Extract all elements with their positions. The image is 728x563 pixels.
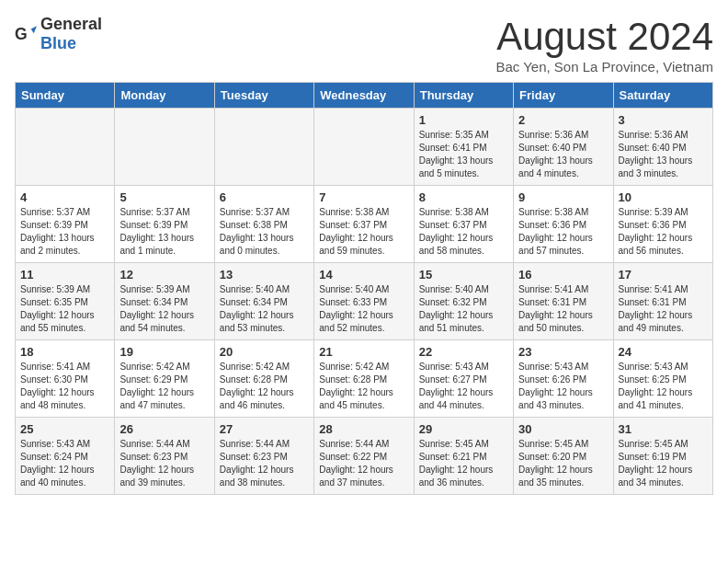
- cell-content: Sunrise: 5:45 AM Sunset: 6:21 PM Dayligh…: [419, 438, 508, 489]
- calendar-cell: 18Sunrise: 5:41 AM Sunset: 6:30 PM Dayli…: [16, 340, 115, 418]
- col-header-friday: Friday: [514, 83, 613, 109]
- calendar-cell: 11Sunrise: 5:39 AM Sunset: 6:35 PM Dayli…: [16, 263, 115, 340]
- calendar-cell: 6Sunrise: 5:37 AM Sunset: 6:38 PM Daylig…: [214, 186, 313, 263]
- day-number: 26: [119, 422, 209, 436]
- day-number: 23: [518, 345, 608, 359]
- cell-content: Sunrise: 5:44 AM Sunset: 6:23 PM Dayligh…: [220, 438, 309, 489]
- day-number: 22: [419, 345, 508, 359]
- day-number: 7: [319, 190, 408, 204]
- day-number: 28: [319, 422, 408, 436]
- day-number: 17: [619, 268, 708, 282]
- day-number: 2: [518, 113, 608, 127]
- calendar-cell: 30Sunrise: 5:45 AM Sunset: 6:20 PM Dayli…: [514, 418, 613, 495]
- cell-content: Sunrise: 5:39 AM Sunset: 6:35 PM Dayligh…: [20, 283, 109, 335]
- calendar-cell: 22Sunrise: 5:43 AM Sunset: 6:27 PM Dayli…: [414, 340, 513, 418]
- cell-content: Sunrise: 5:42 AM Sunset: 6:28 PM Dayligh…: [319, 361, 408, 412]
- cell-content: Sunrise: 5:42 AM Sunset: 6:29 PM Dayligh…: [119, 361, 209, 412]
- cell-content: Sunrise: 5:42 AM Sunset: 6:28 PM Dayligh…: [220, 361, 309, 412]
- day-number: 4: [20, 190, 109, 204]
- cell-content: Sunrise: 5:44 AM Sunset: 6:23 PM Dayligh…: [119, 438, 209, 489]
- calendar-cell: [214, 109, 313, 186]
- day-number: 27: [220, 422, 309, 436]
- calendar-cell: 25Sunrise: 5:43 AM Sunset: 6:24 PM Dayli…: [16, 418, 115, 495]
- day-number: 5: [119, 190, 209, 204]
- week-row-4: 18Sunrise: 5:41 AM Sunset: 6:30 PM Dayli…: [16, 340, 713, 418]
- calendar-cell: 5Sunrise: 5:37 AM Sunset: 6:39 PM Daylig…: [115, 186, 214, 263]
- day-number: 16: [518, 268, 608, 282]
- calendar-cell: 3Sunrise: 5:36 AM Sunset: 6:40 PM Daylig…: [613, 109, 712, 186]
- col-header-sunday: Sunday: [16, 83, 115, 109]
- calendar-cell: 8Sunrise: 5:38 AM Sunset: 6:37 PM Daylig…: [414, 186, 513, 263]
- calendar-cell: 9Sunrise: 5:38 AM Sunset: 6:36 PM Daylig…: [514, 186, 613, 263]
- day-number: 29: [419, 422, 508, 436]
- week-row-1: 1Sunrise: 5:35 AM Sunset: 6:41 PM Daylig…: [16, 109, 713, 186]
- day-number: 30: [518, 422, 608, 436]
- day-number: 24: [619, 345, 708, 359]
- day-number: 11: [20, 268, 109, 282]
- cell-content: Sunrise: 5:39 AM Sunset: 6:34 PM Dayligh…: [119, 283, 209, 335]
- cell-content: Sunrise: 5:45 AM Sunset: 6:19 PM Dayligh…: [619, 438, 708, 489]
- day-number: 3: [619, 113, 708, 127]
- svg-text:G: G: [15, 25, 28, 43]
- cell-content: Sunrise: 5:41 AM Sunset: 6:30 PM Dayligh…: [20, 361, 109, 412]
- week-row-2: 4Sunrise: 5:37 AM Sunset: 6:39 PM Daylig…: [16, 186, 713, 263]
- col-header-saturday: Saturday: [613, 83, 712, 109]
- cell-content: Sunrise: 5:38 AM Sunset: 6:37 PM Dayligh…: [419, 206, 508, 258]
- day-number: 25: [20, 422, 109, 436]
- day-number: 8: [419, 190, 508, 204]
- cell-content: Sunrise: 5:37 AM Sunset: 6:38 PM Dayligh…: [220, 206, 309, 258]
- col-header-wednesday: Wednesday: [314, 83, 414, 109]
- day-number: 9: [518, 190, 608, 204]
- day-number: 15: [419, 268, 508, 282]
- calendar-cell: 27Sunrise: 5:44 AM Sunset: 6:23 PM Dayli…: [214, 418, 313, 495]
- calendar-cell: 23Sunrise: 5:43 AM Sunset: 6:26 PM Dayli…: [514, 340, 613, 418]
- cell-content: Sunrise: 5:38 AM Sunset: 6:36 PM Dayligh…: [518, 206, 608, 258]
- cell-content: Sunrise: 5:39 AM Sunset: 6:36 PM Dayligh…: [619, 206, 708, 258]
- calendar-cell: 20Sunrise: 5:42 AM Sunset: 6:28 PM Dayli…: [214, 340, 313, 418]
- calendar-cell: 24Sunrise: 5:43 AM Sunset: 6:25 PM Dayli…: [613, 340, 712, 418]
- col-header-monday: Monday: [115, 83, 214, 109]
- calendar-cell: 19Sunrise: 5:42 AM Sunset: 6:29 PM Dayli…: [115, 340, 214, 418]
- day-number: 1: [419, 113, 508, 127]
- calendar-cell: 21Sunrise: 5:42 AM Sunset: 6:28 PM Dayli…: [314, 340, 414, 418]
- calendar-cell: 17Sunrise: 5:41 AM Sunset: 6:31 PM Dayli…: [613, 263, 712, 340]
- calendar-cell: 1Sunrise: 5:35 AM Sunset: 6:41 PM Daylig…: [414, 109, 513, 186]
- cell-content: Sunrise: 5:40 AM Sunset: 6:34 PM Dayligh…: [220, 283, 309, 335]
- logo-general: General: [40, 15, 102, 33]
- svg-marker-1: [31, 26, 37, 33]
- calendar-cell: 13Sunrise: 5:40 AM Sunset: 6:34 PM Dayli…: [214, 263, 313, 340]
- day-number: 12: [119, 268, 209, 282]
- cell-content: Sunrise: 5:43 AM Sunset: 6:27 PM Dayligh…: [419, 361, 508, 412]
- location: Bac Yen, Son La Province, Vietnam: [495, 59, 713, 75]
- calendar-table: SundayMondayTuesdayWednesdayThursdayFrid…: [15, 82, 713, 495]
- cell-content: Sunrise: 5:35 AM Sunset: 6:41 PM Dayligh…: [419, 129, 508, 180]
- cell-content: Sunrise: 5:37 AM Sunset: 6:39 PM Dayligh…: [119, 206, 209, 258]
- calendar-cell: 7Sunrise: 5:38 AM Sunset: 6:37 PM Daylig…: [314, 186, 414, 263]
- cell-content: Sunrise: 5:40 AM Sunset: 6:32 PM Dayligh…: [419, 283, 508, 335]
- calendar-cell: [115, 109, 214, 186]
- cell-content: Sunrise: 5:43 AM Sunset: 6:25 PM Dayligh…: [619, 361, 708, 412]
- calendar-cell: 12Sunrise: 5:39 AM Sunset: 6:34 PM Dayli…: [115, 263, 214, 340]
- cell-content: Sunrise: 5:38 AM Sunset: 6:37 PM Dayligh…: [319, 206, 408, 258]
- col-header-thursday: Thursday: [414, 83, 513, 109]
- calendar-cell: 2Sunrise: 5:36 AM Sunset: 6:40 PM Daylig…: [514, 109, 613, 186]
- day-number: 20: [220, 345, 309, 359]
- cell-content: Sunrise: 5:37 AM Sunset: 6:39 PM Dayligh…: [20, 206, 109, 258]
- calendar-cell: [16, 109, 115, 186]
- logo: G General Blue: [15, 15, 102, 53]
- day-number: 19: [119, 345, 209, 359]
- cell-content: Sunrise: 5:36 AM Sunset: 6:40 PM Dayligh…: [518, 129, 608, 180]
- cell-content: Sunrise: 5:41 AM Sunset: 6:31 PM Dayligh…: [619, 283, 708, 335]
- cell-content: Sunrise: 5:45 AM Sunset: 6:20 PM Dayligh…: [518, 438, 608, 489]
- week-row-5: 25Sunrise: 5:43 AM Sunset: 6:24 PM Dayli…: [16, 418, 713, 495]
- calendar-cell: 28Sunrise: 5:44 AM Sunset: 6:22 PM Dayli…: [314, 418, 414, 495]
- day-number: 13: [220, 268, 309, 282]
- day-number: 10: [619, 190, 708, 204]
- calendar-cell: 10Sunrise: 5:39 AM Sunset: 6:36 PM Dayli…: [613, 186, 712, 263]
- calendar-cell: [314, 109, 414, 186]
- col-header-tuesday: Tuesday: [214, 83, 313, 109]
- cell-content: Sunrise: 5:44 AM Sunset: 6:22 PM Dayligh…: [319, 438, 408, 489]
- calendar-cell: 14Sunrise: 5:40 AM Sunset: 6:33 PM Dayli…: [314, 263, 414, 340]
- calendar-cell: 15Sunrise: 5:40 AM Sunset: 6:32 PM Dayli…: [414, 263, 513, 340]
- day-number: 21: [319, 345, 408, 359]
